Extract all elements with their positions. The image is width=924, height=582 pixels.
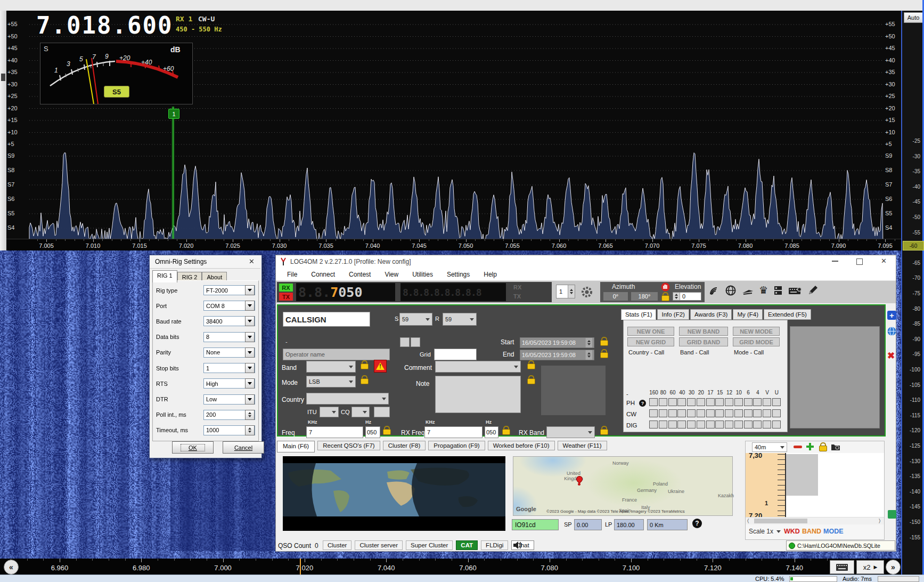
menu-settings[interactable]: Settings — [440, 271, 477, 278]
grid-cell[interactable] — [659, 409, 667, 417]
scale-select[interactable]: Scale 1x — [749, 528, 773, 535]
grid-cell[interactable] — [697, 398, 705, 406]
grid-cell[interactable] — [677, 421, 686, 429]
grid-cell[interactable] — [706, 421, 715, 429]
grid-cell[interactable] — [697, 421, 705, 429]
grid-cell[interactable] — [763, 398, 771, 406]
omnirig-parity-dropdown[interactable]: None — [203, 347, 255, 358]
zoom-x2-button[interactable]: x2 ▶ — [856, 560, 884, 574]
side-globe-button[interactable] — [887, 327, 896, 336]
world-map[interactable] — [283, 456, 505, 531]
grid-cell[interactable] — [668, 421, 677, 429]
grid-locator-field[interactable]: IO91cd — [512, 519, 559, 530]
side-clear-button[interactable]: ✖ — [887, 350, 895, 361]
award-crown-icon[interactable]: ♛ — [759, 285, 768, 296]
dropdown-arrow-icon[interactable] — [245, 378, 255, 389]
dropdown-arrow-icon[interactable] — [245, 347, 255, 358]
grid-cell[interactable] — [772, 421, 781, 429]
stats-button-new-mode[interactable]: NEW MODE — [733, 327, 780, 336]
tab-propagation-f9-[interactable]: Propagation (F9) — [428, 441, 485, 450]
grid-cell[interactable] — [677, 398, 686, 406]
grid-input[interactable] — [434, 349, 477, 360]
grid-cell[interactable] — [687, 421, 696, 429]
minimize-icon[interactable] — [832, 261, 838, 262]
grid-cell[interactable] — [734, 409, 743, 417]
gain-marker[interactable]: -60 — [903, 241, 924, 250]
grid-cell[interactable] — [725, 409, 733, 417]
stats-button-new-grid[interactable]: NEW GRID — [627, 337, 674, 346]
ok-button[interactable]: OK — [172, 441, 214, 454]
dropdown-arrow-icon[interactable] — [245, 316, 255, 326]
mode-label[interactable]: CW-U — [198, 15, 215, 23]
maximize-icon[interactable] — [856, 258, 863, 265]
scale-chevron-icon[interactable] — [776, 530, 781, 533]
google-map[interactable]: Norway United Kingdom Poland Germany Ukr… — [513, 456, 733, 516]
status-button-fldigi[interactable]: FLDigi — [481, 540, 508, 550]
zone-box[interactable] — [374, 407, 390, 417]
band-toggle[interactable]: BAND — [802, 528, 821, 535]
grid-cell[interactable] — [687, 409, 696, 417]
radio-number-stepper[interactable]: 1 — [556, 285, 575, 298]
note-textarea[interactable] — [435, 376, 521, 413]
stats-tab-5[interactable]: Extended (F5) — [764, 309, 811, 320]
grid-cell[interactable] — [677, 409, 686, 417]
gear-icon[interactable] — [580, 286, 593, 298]
grid-cell[interactable] — [659, 398, 667, 406]
database-path-box[interactable]: C:\Ham\LOG4OM\NewDb.SQLite — [786, 540, 895, 551]
grid-cell[interactable] — [772, 409, 781, 417]
grid-cell[interactable] — [744, 409, 753, 417]
tab-worked-before-f10-[interactable]: Worked before (F10) — [488, 441, 555, 450]
grid-cell[interactable] — [763, 421, 771, 429]
comment-dropdown[interactable] — [435, 361, 521, 373]
side-add-button[interactable]: + — [887, 311, 896, 320]
operator-name-input[interactable]: Operator name — [283, 349, 390, 360]
grid-cell[interactable] — [744, 398, 753, 406]
dropdown-arrow-icon[interactable] — [245, 285, 255, 295]
grid-cell[interactable] — [687, 398, 696, 406]
grid-cell[interactable] — [649, 409, 658, 417]
auto-gain-button[interactable]: Auto — [904, 12, 923, 23]
stats-button-new-band[interactable]: NEW BAND — [679, 327, 728, 336]
grid-cell[interactable] — [715, 398, 724, 406]
note-lock-icon[interactable] — [527, 375, 535, 385]
checkbox-1[interactable] — [400, 337, 410, 347]
omnirig-close-icon[interactable]: ✕ — [249, 257, 255, 265]
end-lock-icon[interactable] — [600, 349, 608, 359]
checkbox-2[interactable] — [411, 337, 420, 347]
tab-main-f6-[interactable]: Main (F6) — [277, 441, 315, 452]
grid-cell[interactable] — [734, 398, 743, 406]
pan-scale-bar[interactable]: 6.9606.9807.0007.0207.0407.0607.0807.100… — [0, 559, 901, 575]
tab-recent-qso-s-f7-[interactable]: Recent QSO's (F7) — [317, 441, 380, 450]
grid-cell[interactable] — [753, 409, 762, 417]
callsign-input[interactable]: CALLSIGN — [283, 312, 370, 327]
tab-weather-f11-[interactable]: Weather (F11) — [558, 441, 607, 450]
signal-icon[interactable] — [708, 285, 720, 296]
omnirig-rts-dropdown[interactable]: High — [203, 378, 255, 389]
omnirig-timeout-ms-spinner[interactable]: 1000 — [203, 425, 255, 435]
menu-connect[interactable]: Connect — [304, 271, 342, 278]
r-report-dropdown[interactable]: 59 — [443, 313, 477, 326]
rx-freq-khz-input[interactable]: 7 — [424, 426, 483, 438]
grid-cell[interactable] — [744, 421, 753, 429]
grid-cell[interactable] — [659, 421, 667, 429]
sp-field[interactable]: 0.00 — [574, 519, 602, 530]
dropdown-arrow-icon[interactable] — [245, 301, 255, 311]
keyboard-entry-button[interactable] — [830, 560, 854, 574]
spinner-icons[interactable] — [245, 410, 255, 420]
grid-cell[interactable] — [753, 421, 762, 429]
zoom-out-icon[interactable] — [794, 446, 802, 448]
omnirig-poll-int-ms-spinner[interactable]: 200 — [203, 410, 255, 420]
tab-cluster-f8-[interactable]: Cluster (F8) — [383, 441, 426, 450]
menu-file[interactable]: File — [280, 271, 304, 278]
grid-cell[interactable] — [734, 421, 743, 429]
band-scrollbar[interactable]: 〈 〉 — [746, 517, 884, 524]
status-button-cluster-server[interactable]: Cluster server — [355, 540, 403, 550]
dropdown-arrow-icon[interactable] — [245, 363, 255, 373]
band-select-dropdown[interactable]: 40m — [752, 442, 787, 452]
status-button-cluster[interactable]: Cluster — [323, 540, 351, 550]
start-datetime-field[interactable]: 16/05/2023 19:59:08 — [520, 337, 594, 348]
close-icon[interactable]: ✕ — [881, 257, 887, 265]
stats-tab-3[interactable]: Awards (F3) — [690, 309, 732, 320]
menu-view[interactable]: View — [378, 271, 405, 278]
menu-help[interactable]: Help — [477, 271, 504, 278]
